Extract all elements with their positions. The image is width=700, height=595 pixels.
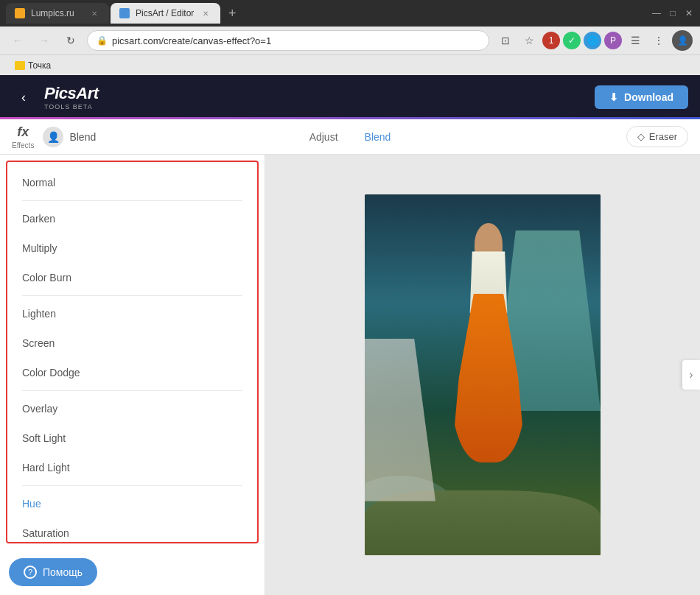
bookmark-label: Точка <box>28 60 51 71</box>
blend-mode-hue[interactable]: Hue <box>7 489 257 518</box>
tab-blend[interactable]: Blend <box>353 127 403 147</box>
close-button[interactable]: ✕ <box>684 8 694 18</box>
separator-3 <box>22 390 242 391</box>
new-tab-button[interactable]: + <box>222 3 242 24</box>
blend-mode-darken[interactable]: Darken <box>7 204 257 233</box>
sub-header-tabs: Adjust Blend <box>298 127 403 147</box>
eraser-button[interactable]: ◇ Eraser <box>626 126 688 147</box>
logo-subtitle: Tools Beta <box>44 103 99 110</box>
blend-mode-hard-light[interactable]: Hard Light <box>7 453 257 482</box>
minimize-button[interactable]: — <box>651 8 662 18</box>
back-button[interactable]: ← <box>7 30 28 51</box>
menu-icon[interactable]: ☰ <box>625 30 645 51</box>
blend-modes-list: Normal Darken Multiply Color Burn Lighte… <box>6 161 259 543</box>
canvas-image <box>365 194 601 555</box>
tab-label-lumpics: Lumpics.ru <box>31 8 83 18</box>
download-icon: ⬇ <box>609 91 618 103</box>
tab-favicon-lumpics <box>15 8 25 18</box>
blend-mode-normal[interactable]: Normal <box>7 168 257 197</box>
help-label: Помощь <box>43 566 83 578</box>
eraser-label: Eraser <box>649 131 677 142</box>
cast-icon[interactable]: ⊡ <box>495 30 516 51</box>
blend-mode-overlay[interactable]: Overlay <box>7 394 257 423</box>
image-figure <box>435 223 542 504</box>
browser-tabs: Lumpics.ru ✕ PicsArt / Editor ✕ + <box>6 3 643 24</box>
blend-header: 👤 Blend <box>43 127 96 147</box>
address-text: picsart.com/create/canvas-effect?o=1 <box>112 35 480 46</box>
bookmark-folder-icon <box>15 61 25 70</box>
image-dress <box>452 294 526 462</box>
window-controls: — □ ✕ <box>651 8 694 18</box>
browser-titlebar: Lumpics.ru ✕ PicsArt / Editor ✕ + — □ ✕ <box>0 0 700 27</box>
blend-mode-saturation[interactable]: Saturation <box>7 518 257 543</box>
logo-area: PicsArt Tools Beta <box>44 84 99 110</box>
blend-mode-multiply[interactable]: Multiply <box>7 233 257 263</box>
logo-art: Art <box>76 84 98 102</box>
effects-button[interactable]: fx Effects <box>12 124 34 149</box>
bookmark-item-точка[interactable]: Точка <box>9 59 57 72</box>
main-content: Normal Darken Multiply Color Burn Lighte… <box>0 155 700 595</box>
reload-button[interactable]: ↻ <box>60 30 81 51</box>
canvas-area: ‹ › <box>265 155 700 595</box>
browser-toolbar: ← → ↻ 🔒 picsart.com/create/canvas-effect… <box>0 27 700 54</box>
sub-header-left: fx Effects 👤 Blend <box>12 124 96 149</box>
browser-tab-picsart[interactable]: PicsArt / Editor ✕ <box>111 3 220 24</box>
eraser-icon: ◇ <box>637 131 645 142</box>
app-container: ‹ PicsArt Tools Beta ⬇ Download fx <box>0 75 700 595</box>
dots-menu-icon[interactable]: ⋮ <box>648 30 669 51</box>
sub-header: fx Effects 👤 Blend Adjust Blend ◇ Eraser <box>0 119 700 155</box>
separator-4 <box>22 485 242 486</box>
help-icon: ? <box>24 566 37 579</box>
effects-label: Effects <box>12 141 34 149</box>
address-bar[interactable]: 🔒 picsart.com/create/canvas-effect?o=1 <box>87 30 489 51</box>
tab-close-lumpics[interactable]: ✕ <box>88 7 100 19</box>
toolbar-actions: ⊡ ☆ 1 ✓ 🌐 P ☰ ⋮ 👤 <box>495 30 693 51</box>
extension-icon-1[interactable]: 1 <box>542 32 560 49</box>
lock-icon: 🔒 <box>97 35 108 46</box>
blend-mode-color-burn[interactable]: Color Burn <box>7 263 257 292</box>
tab-label-picsart: PicsArt / Editor <box>136 8 194 18</box>
download-label: Download <box>624 91 673 103</box>
tab-close-picsart[interactable]: ✕ <box>200 7 211 19</box>
tab-favicon-picsart <box>119 8 130 18</box>
profile-avatar[interactable]: 👤 <box>672 30 693 51</box>
browser-tab-lumpics[interactable]: Lumpics.ru ✕ <box>6 3 109 24</box>
extension-icon-2[interactable]: ✓ <box>563 32 581 49</box>
separator-2 <box>22 295 242 296</box>
download-button[interactable]: ⬇ Download <box>595 85 688 109</box>
extension-icon-4[interactable]: P <box>604 32 622 49</box>
extension-icon-3[interactable]: 🌐 <box>584 32 601 49</box>
tab-adjust[interactable]: Adjust <box>298 127 350 147</box>
help-button[interactable]: ? Помощь <box>9 558 97 586</box>
bookmark-bar: Точка <box>0 54 700 75</box>
left-panel: Normal Darken Multiply Color Burn Lighte… <box>0 155 265 595</box>
blend-mode-screen[interactable]: Screen <box>7 328 257 358</box>
separator-1 <box>22 200 242 201</box>
forward-button[interactable]: → <box>34 30 55 51</box>
fx-icon: fx <box>17 124 29 140</box>
canvas-nav-right-button[interactable]: › <box>682 360 700 390</box>
logo-pics: Pics <box>44 84 76 102</box>
header-left: ‹ PicsArt Tools Beta <box>12 84 99 110</box>
blend-mode-color-dodge[interactable]: Color Dodge <box>7 358 257 387</box>
logo-text: PicsArt <box>44 84 99 103</box>
bookmark-star-icon[interactable]: ☆ <box>519 30 539 51</box>
header-back-button[interactable]: ‹ <box>12 85 35 109</box>
blend-mode-lighten[interactable]: Lighten <box>7 299 257 328</box>
app-header: ‹ PicsArt Tools Beta ⬇ Download <box>0 75 700 119</box>
blend-avatar: 👤 <box>43 127 63 147</box>
blend-mode-soft-light[interactable]: Soft Light <box>7 423 257 453</box>
maximize-button[interactable]: □ <box>668 8 678 18</box>
blend-label: Blend <box>69 131 96 143</box>
